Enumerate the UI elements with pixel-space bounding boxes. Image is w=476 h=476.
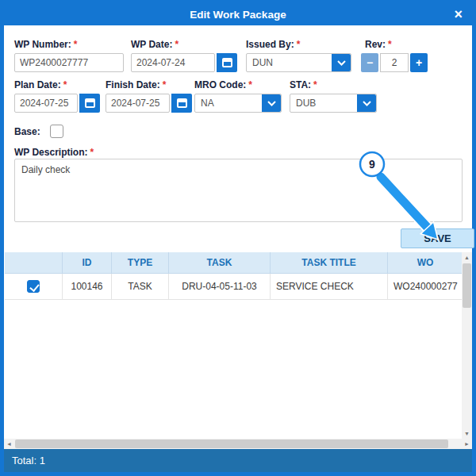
required-marker: * xyxy=(74,39,78,50)
cell-wo: WO240000277 xyxy=(388,274,463,300)
wp-number-input[interactable] xyxy=(14,53,124,72)
finish-date-calendar-button[interactable] xyxy=(171,94,192,113)
chevron-down-icon xyxy=(337,60,346,66)
save-button[interactable]: SAVE xyxy=(401,228,474,248)
rev-increment-button[interactable]: + xyxy=(410,53,428,72)
table-row[interactable]: 100146 TASK DRU-04-05-11-03 SERVICE CHEC… xyxy=(5,274,463,300)
issued-by-dropdown-button[interactable] xyxy=(332,54,351,71)
base-checkbox[interactable] xyxy=(50,125,63,138)
scroll-right-icon[interactable]: ► xyxy=(462,439,472,449)
scroll-left-icon[interactable]: ◄ xyxy=(4,439,14,449)
required-marker: * xyxy=(313,79,317,90)
plan-date-label: Plan Date:* xyxy=(14,79,100,90)
calendar-icon xyxy=(85,98,95,108)
vertical-scrollbar[interactable]: ▲ ▼ xyxy=(462,252,472,439)
wp-date-input[interactable] xyxy=(131,53,215,72)
calendar-icon xyxy=(222,58,232,67)
finish-date-field: Finish Date:* xyxy=(106,79,192,113)
rev-value: 2 xyxy=(380,53,409,72)
mro-code-field: MRO Code:* NA xyxy=(194,79,282,113)
required-marker: * xyxy=(90,147,94,158)
vertical-scroll-thumb[interactable] xyxy=(463,263,471,308)
sta-value: DUB xyxy=(290,98,316,109)
cell-id: 100146 xyxy=(63,274,112,300)
plan-date-input[interactable] xyxy=(14,94,78,113)
close-icon[interactable]: × xyxy=(451,6,466,23)
scroll-down-icon[interactable]: ▼ xyxy=(462,428,472,439)
required-marker: * xyxy=(63,79,67,90)
dialog-title: Edit Work Package xyxy=(190,9,286,21)
issued-by-select[interactable]: DUN xyxy=(246,53,351,72)
rev-label: Rev:* xyxy=(365,39,428,50)
wp-date-field: WP Date:* xyxy=(131,39,237,72)
mro-code-select[interactable]: NA xyxy=(194,94,282,113)
required-marker: * xyxy=(297,39,301,50)
cell-type: TASK xyxy=(112,274,169,300)
sta-label: STA:* xyxy=(290,79,377,90)
row-checkbox[interactable] xyxy=(27,280,40,293)
cell-task-title: SERVICE CHECK xyxy=(271,274,388,300)
horizontal-scrollbar[interactable]: ◄ ► xyxy=(4,439,472,449)
mro-code-value: NA xyxy=(195,98,214,109)
base-field: Base: xyxy=(14,125,63,138)
header-task: TASK xyxy=(169,252,271,274)
total-count: Total: 1 xyxy=(12,455,45,466)
wp-date-label: WP Date:* xyxy=(131,39,237,50)
mro-code-dropdown-button[interactable] xyxy=(262,94,281,112)
finish-date-input[interactable] xyxy=(106,94,170,113)
wp-description-field: WP Description:* xyxy=(14,147,94,158)
cell-task: DRU-04-05-11-03 xyxy=(169,274,271,300)
wp-number-label: WP Number:* xyxy=(14,39,124,50)
row-checkbox-cell xyxy=(5,274,63,300)
task-table: ID TYPE TASK TASK TITLE WO 100146 TASK D… xyxy=(5,252,463,300)
required-marker: * xyxy=(175,39,178,50)
rev-decrement-button[interactable]: − xyxy=(361,53,378,72)
sta-select[interactable]: DUB xyxy=(290,94,377,113)
finish-date-label: Finish Date:* xyxy=(106,79,192,90)
chevron-down-icon xyxy=(267,101,276,106)
rev-field: Rev:* − 2 + xyxy=(361,39,428,72)
plan-date-calendar-button[interactable] xyxy=(79,94,100,113)
horizontal-scroll-thumb[interactable] xyxy=(15,440,448,448)
base-label: Base: xyxy=(14,126,40,137)
header-id: ID xyxy=(63,252,112,274)
footer-bar: Total: 1 xyxy=(4,449,472,472)
header-type: TYPE xyxy=(112,252,169,274)
mro-code-label: MRO Code:* xyxy=(194,79,282,90)
scroll-up-icon[interactable]: ▲ xyxy=(462,252,472,263)
header-checkbox-cell xyxy=(5,252,63,274)
calendar-icon xyxy=(177,98,187,108)
table-header-row: ID TYPE TASK TASK TITLE WO xyxy=(5,252,463,274)
issued-by-label: Issued By:* xyxy=(246,39,351,50)
sta-dropdown-button[interactable] xyxy=(357,94,376,112)
wp-date-calendar-button[interactable] xyxy=(217,53,237,72)
edit-work-package-dialog: Edit Work Package × WP Number:* WP Date:… xyxy=(0,0,476,476)
issued-by-value: DUN xyxy=(247,57,273,68)
required-marker: * xyxy=(388,39,392,50)
wp-description-textarea[interactable]: Daily check xyxy=(14,159,463,222)
header-wo: WO xyxy=(388,252,463,274)
header-task-title: TASK TITLE xyxy=(271,252,388,274)
dialog-header: Edit Work Package × xyxy=(4,4,472,25)
wp-description-label: WP Description:* xyxy=(14,147,94,158)
issued-by-field: Issued By:* DUN xyxy=(246,39,351,72)
wp-number-field: WP Number:* xyxy=(14,39,124,72)
chevron-down-icon xyxy=(363,101,371,106)
sta-field: STA:* DUB xyxy=(290,79,377,113)
required-marker: * xyxy=(163,79,167,90)
plan-date-field: Plan Date:* xyxy=(14,79,100,113)
required-marker: * xyxy=(248,79,252,90)
